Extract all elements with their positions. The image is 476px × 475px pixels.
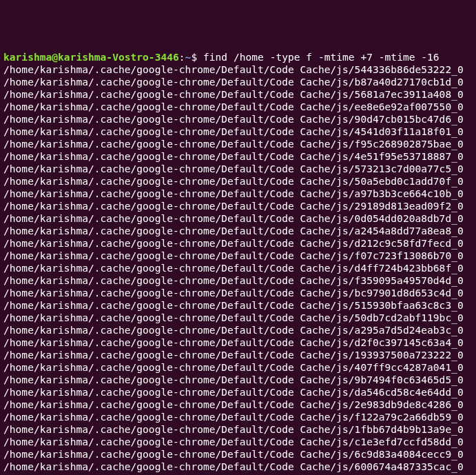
- output-line: /home/karishma/.cache/google-chrome/Defa…: [3, 175, 473, 188]
- output-line: /home/karishma/.cache/google-chrome/Defa…: [3, 262, 473, 274]
- terminal-output: /home/karishma/.cache/google-chrome/Defa…: [3, 63, 473, 475]
- output-line: /home/karishma/.cache/google-chrome/Defa…: [3, 299, 473, 312]
- output-line: /home/karishma/.cache/google-chrome/Defa…: [3, 138, 473, 150]
- output-line: /home/karishma/.cache/google-chrome/Defa…: [3, 88, 473, 101]
- output-line: /home/karishma/.cache/google-chrome/Defa…: [3, 113, 473, 125]
- output-line: /home/karishma/.cache/google-chrome/Defa…: [3, 312, 473, 324]
- output-line: /home/karishma/.cache/google-chrome/Defa…: [3, 448, 473, 461]
- output-line: /home/karishma/.cache/google-chrome/Defa…: [3, 76, 473, 88]
- output-line: /home/karishma/.cache/google-chrome/Defa…: [3, 361, 473, 374]
- output-line: /home/karishma/.cache/google-chrome/Defa…: [3, 225, 473, 237]
- output-line: /home/karishma/.cache/google-chrome/Defa…: [3, 63, 473, 76]
- output-line: /home/karishma/.cache/google-chrome/Defa…: [3, 237, 473, 250]
- output-line: /home/karishma/.cache/google-chrome/Defa…: [3, 386, 473, 398]
- terminal-window[interactable]: karishma@karishma-Vostro-3446:~$ find /h…: [3, 51, 473, 475]
- prompt-colon: :: [179, 51, 185, 63]
- output-line: /home/karishma/.cache/google-chrome/Defa…: [3, 250, 473, 262]
- output-line: /home/karishma/.cache/google-chrome/Defa…: [3, 200, 473, 212]
- output-line: /home/karishma/.cache/google-chrome/Defa…: [3, 398, 473, 411]
- output-line: /home/karishma/.cache/google-chrome/Defa…: [3, 101, 473, 113]
- prompt-user: karishma@karishma-Vostro-3446: [3, 51, 179, 63]
- output-line: /home/karishma/.cache/google-chrome/Defa…: [3, 411, 473, 423]
- output-line: /home/karishma/.cache/google-chrome/Defa…: [3, 423, 473, 436]
- output-line: /home/karishma/.cache/google-chrome/Defa…: [3, 349, 473, 361]
- output-line: /home/karishma/.cache/google-chrome/Defa…: [3, 436, 473, 448]
- command-input[interactable]: find /home -type f -mtime +7 -mtime -16: [203, 51, 439, 63]
- output-line: /home/karishma/.cache/google-chrome/Defa…: [3, 287, 473, 299]
- prompt-dollar: $: [191, 51, 197, 63]
- output-line: /home/karishma/.cache/google-chrome/Defa…: [3, 336, 473, 349]
- output-line: /home/karishma/.cache/google-chrome/Defa…: [3, 125, 473, 138]
- output-line: /home/karishma/.cache/google-chrome/Defa…: [3, 212, 473, 225]
- output-line: /home/karishma/.cache/google-chrome/Defa…: [3, 274, 473, 287]
- output-line: /home/karishma/.cache/google-chrome/Defa…: [3, 461, 473, 473]
- output-line: /home/karishma/.cache/google-chrome/Defa…: [3, 324, 473, 336]
- output-line: /home/karishma/.cache/google-chrome/Defa…: [3, 374, 473, 386]
- output-line: /home/karishma/.cache/google-chrome/Defa…: [3, 188, 473, 200]
- output-line: /home/karishma/.cache/google-chrome/Defa…: [3, 150, 473, 163]
- output-line: /home/karishma/.cache/google-chrome/Defa…: [3, 163, 473, 175]
